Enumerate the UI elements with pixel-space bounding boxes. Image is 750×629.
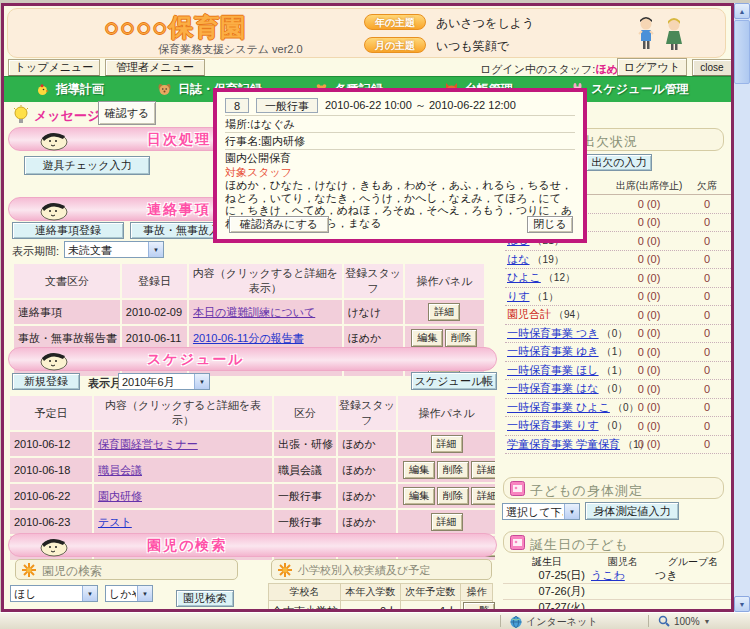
period-select[interactable]: 未読文書 ▼ xyxy=(64,241,164,258)
kids-search-section-title: 園児の検索 xyxy=(147,537,227,555)
notice-register-button[interactable]: 連絡事項登録 xyxy=(12,222,124,239)
schedule-book-button[interactable]: スケジュール帳 xyxy=(411,372,497,390)
chevron-down-icon[interactable]: ▼ xyxy=(194,374,209,389)
close-button[interactable]: close xyxy=(692,59,732,76)
zoom-segment[interactable]: 100% ▼ xyxy=(658,615,711,627)
status-bar: インターネット 100% ▼ xyxy=(0,612,750,629)
schedule-link[interactable]: 職員会議 xyxy=(98,464,142,476)
schedule-link[interactable]: テスト xyxy=(98,516,132,528)
children-illustration-icon xyxy=(630,14,692,56)
chevron-down-icon[interactable]: ▼ xyxy=(564,504,579,519)
year-theme-button[interactable]: 年の主題 xyxy=(364,14,426,30)
measurement-input-button[interactable]: 身体測定値入力 xyxy=(585,502,679,520)
schedule-link[interactable]: 保育園経営セミナー xyxy=(98,438,198,450)
attendance-input-button[interactable]: 出欠の入力 xyxy=(586,154,652,171)
logout-button[interactable]: ログアウト xyxy=(617,58,687,76)
equipment-check-button[interactable]: 遊具チェック入力 xyxy=(24,156,150,175)
class-link[interactable]: 一時保育事業 ひよこ xyxy=(507,401,610,413)
name-select[interactable]: しかや ▼ xyxy=(105,585,153,602)
delete-button[interactable]: 削除 xyxy=(445,329,477,347)
app-window: ○○○○保育園 保育業務支援システム ver2.0 年の主題 あいさつをしよう … xyxy=(1,3,734,612)
kids-search-button[interactable]: 園児検索 xyxy=(176,590,234,607)
table-row: 学童保育事業 学童保育 （1）0 (0)0 xyxy=(505,436,731,455)
year-theme-text: あいさつをしよう xyxy=(436,15,534,32)
table-row: 2010-06-18 職員会議 職員会議 ほめか 編集削除詳細 xyxy=(10,458,495,482)
daily-section-title: 日次処理 xyxy=(147,131,211,149)
table-row: 2010-06-23 テスト 一般行事 ほめか 詳細 xyxy=(10,510,495,534)
app-logo: ○○○○保育園 xyxy=(104,11,246,44)
detail-button[interactable]: 詳細 xyxy=(428,303,460,321)
table-row: 2010-06-12 保育園経営セミナー 出張・研修 ほめか 詳細 xyxy=(10,432,495,456)
birthday-title: 誕生日の子ども xyxy=(530,536,629,554)
class-link[interactable]: ひよこ xyxy=(507,271,541,283)
total-label: 園児合計 xyxy=(507,308,551,320)
scroll-up-icon[interactable]: ▲ xyxy=(734,3,750,19)
scroll-down-icon[interactable]: ▼ xyxy=(734,596,750,612)
child-link[interactable]: うこわ xyxy=(591,569,625,581)
col-category: 文書区分 xyxy=(14,264,120,298)
mark-confirmed-button[interactable]: 確認済みにする xyxy=(229,216,329,233)
name-select-value: しかや xyxy=(109,587,136,602)
kids-search-subtitle: 園児の検索 xyxy=(42,563,102,580)
detail-button[interactable]: 詳細 xyxy=(431,513,463,531)
class-link[interactable]: 学童保育事業 学童保育 xyxy=(507,438,620,450)
edit-button[interactable]: 編集 xyxy=(403,487,435,505)
top-menu-button[interactable]: トップメニュー xyxy=(8,59,100,76)
table-row: 07-26(月) xyxy=(503,584,731,600)
kids-search-subheader: 園児の検索 xyxy=(15,559,238,580)
delete-button[interactable]: 削除 xyxy=(437,487,469,505)
zoom-level: 100% xyxy=(674,616,700,627)
schedule-link[interactable]: 園内研修 xyxy=(98,490,142,502)
detail-button[interactable]: 詳細 xyxy=(471,487,495,505)
event-datetime: 2010-06-22 10:00 ～ 2010-06-22 12:00 xyxy=(325,98,516,113)
delete-button[interactable]: 削除 xyxy=(437,461,469,479)
scrollbar-thumb[interactable] xyxy=(734,20,750,84)
chevron-down-icon[interactable]: ▼ xyxy=(704,618,711,625)
face-icon xyxy=(37,200,69,221)
measurement-header-bar: 子どもの身体測定 xyxy=(503,477,724,499)
col-actions: 操作パネル xyxy=(405,264,484,298)
notice-link[interactable]: 本日の避難訓練について xyxy=(193,306,315,318)
month-theme-text: いつも笑顔で xyxy=(436,38,509,55)
modal-close-button[interactable]: 閉じる xyxy=(527,216,573,233)
chevron-down-icon[interactable]: ▼ xyxy=(82,586,97,601)
event-name: 行事名:園内研修 xyxy=(225,133,575,150)
zone-label: インターネット xyxy=(526,615,597,629)
month-select-value: 2010年6月 xyxy=(122,375,193,390)
detail-button[interactable]: 詳細 xyxy=(431,435,463,453)
nav-item-shidou-keikaku[interactable]: 指導計画 xyxy=(4,77,136,102)
class-link[interactable]: 一時保育事業 りす xyxy=(507,419,599,431)
message-confirm-button[interactable]: 確認する xyxy=(98,101,156,125)
bulb-icon xyxy=(12,105,30,125)
schedule-section-title: スケジュール xyxy=(147,351,245,369)
class-link[interactable]: 一時保育事業 つき xyxy=(507,327,599,339)
detail-button[interactable]: 詳細 xyxy=(471,461,495,479)
table-row: 一時保育事業 ひよこ （0）0 (0)0 xyxy=(505,399,731,418)
class-link[interactable]: 一時保育事業 ゆき xyxy=(507,345,599,357)
notice-link[interactable]: 2010-06-11分の報告書 xyxy=(193,332,304,344)
table-header-row: 文書区分 登録日 内容（クリックすると詳細を表示） 登録スタッフ 操作パネル xyxy=(14,264,484,298)
bird-icon xyxy=(36,83,49,96)
chevron-down-icon[interactable]: ▼ xyxy=(137,586,152,601)
event-note: 園内公開保育 xyxy=(225,150,575,166)
schedule-new-button[interactable]: 新規登録 xyxy=(12,373,80,390)
class-link[interactable]: 一時保育事業 はな xyxy=(507,382,599,394)
table-row: 一時保育事業 つき （0）0 (0)0 xyxy=(505,325,731,344)
list-button[interactable]: 一覧 xyxy=(463,602,495,612)
vertical-scrollbar[interactable]: ▲ ▼ xyxy=(734,3,750,612)
class-link[interactable]: りす xyxy=(507,290,530,302)
admin-menu-button[interactable]: 管理者メニュー xyxy=(105,59,205,76)
table-row: 連絡事項 2010-02-09 本日の避難訓練について けなけ 詳細 xyxy=(14,300,484,324)
class-link[interactable]: はな xyxy=(507,253,530,265)
month-select[interactable]: 2010年6月 ▼ xyxy=(118,373,210,390)
measurement-select[interactable]: 選択して下さい ▼ xyxy=(502,503,580,520)
edit-button[interactable]: 編集 xyxy=(411,329,443,347)
class-link[interactable]: 一時保育事業 ほし xyxy=(507,364,599,376)
kids-search-section-header: 園児の検索 xyxy=(8,533,497,557)
dog-icon xyxy=(158,83,171,96)
month-theme-button[interactable]: 月の主題 xyxy=(364,37,426,53)
edit-button[interactable]: 編集 xyxy=(403,461,435,479)
class-select[interactable]: ほし ▼ xyxy=(10,585,98,602)
chevron-down-icon[interactable]: ▼ xyxy=(148,242,163,257)
table-row: 一時保育事業 りす （0）0 (0)0 xyxy=(505,417,731,436)
